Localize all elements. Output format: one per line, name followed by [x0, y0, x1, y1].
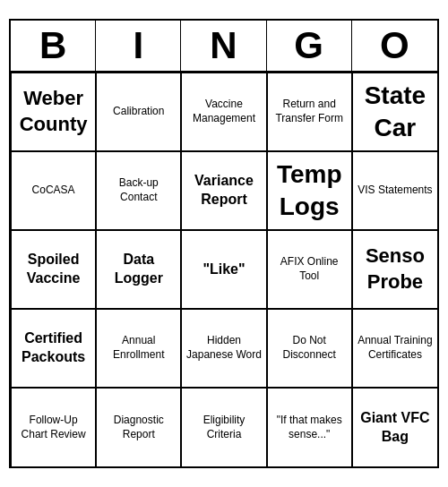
cell-text: Certified Packouts: [15, 329, 91, 367]
bingo-cell: Senso Probe: [352, 230, 437, 309]
cell-text: Do Not Disconnect: [271, 334, 348, 362]
bingo-cell: "If that makes sense...": [267, 388, 352, 466]
header-letter: N: [181, 21, 266, 71]
bingo-cell: Data Logger: [96, 230, 181, 309]
cell-text: CoCASA: [32, 184, 75, 198]
cell-text: Data Logger: [100, 251, 177, 288]
bingo-cell: Temp Logs: [267, 151, 352, 230]
bingo-card: BINGO Weber CountyCalibrationVaccine Man…: [9, 19, 439, 468]
cell-text: Follow-Up Chart Review: [15, 414, 91, 441]
bingo-cell: Vaccine Management: [181, 73, 266, 151]
cell-text: VIS Statements: [358, 184, 432, 198]
header-letter: I: [96, 21, 181, 71]
cell-text: Calibration: [113, 105, 164, 119]
cell-text: Senso Probe: [357, 244, 434, 295]
cell-text: Temp Logs: [271, 158, 348, 224]
bingo-grid: Weber CountyCalibrationVaccine Managemen…: [11, 73, 437, 466]
cell-text: Hidden Japanese Word: [185, 334, 262, 362]
bingo-cell: Diagnostic Report: [96, 388, 181, 466]
cell-text: Eligibility Criteria: [185, 414, 262, 441]
cell-text: Spoiled Vaccine: [15, 251, 91, 288]
bingo-cell: Follow-Up Chart Review: [11, 388, 96, 466]
bingo-cell: Spoiled Vaccine: [11, 230, 96, 309]
cell-text: Return and Transfer Form: [271, 98, 348, 125]
bingo-cell: CoCASA: [11, 151, 96, 230]
bingo-cell: Variance Report: [181, 151, 266, 230]
bingo-cell: Certified Packouts: [11, 309, 96, 388]
bingo-header: BINGO: [11, 21, 437, 73]
bingo-cell: Eligibility Criteria: [181, 388, 266, 466]
bingo-cell: Annual Enrollment: [96, 309, 181, 388]
bingo-cell: Weber County: [11, 73, 96, 151]
cell-text: Back-up Contact: [100, 176, 177, 204]
header-letter: G: [267, 21, 352, 71]
bingo-cell: Do Not Disconnect: [267, 309, 352, 388]
bingo-cell: AFIX Online Tool: [267, 230, 352, 309]
bingo-cell: Calibration: [96, 73, 181, 151]
cell-text: Diagnostic Report: [100, 414, 177, 441]
cell-text: Variance Report: [185, 172, 262, 209]
cell-text: Giant VFC Bag: [357, 409, 434, 447]
bingo-cell: State Car: [352, 73, 437, 151]
cell-text: Vaccine Management: [185, 98, 262, 125]
cell-text: Weber County: [15, 86, 91, 137]
header-letter: B: [11, 21, 96, 71]
bingo-cell: Annual Training Certificates: [352, 309, 437, 388]
bingo-cell: Back-up Contact: [96, 151, 181, 230]
cell-text: Annual Training Certificates: [357, 334, 434, 362]
cell-text: "Like": [202, 261, 245, 279]
cell-text: "If that makes sense...": [271, 414, 348, 441]
bingo-cell: VIS Statements: [352, 151, 437, 230]
cell-text: AFIX Online Tool: [271, 255, 348, 283]
bingo-cell: Hidden Japanese Word: [181, 309, 266, 388]
cell-text: Annual Enrollment: [100, 334, 177, 362]
header-letter: O: [352, 21, 437, 71]
bingo-cell: Giant VFC Bag: [352, 388, 437, 466]
bingo-cell: "Like": [181, 230, 266, 309]
bingo-cell: Return and Transfer Form: [267, 73, 352, 151]
cell-text: State Car: [357, 80, 434, 145]
